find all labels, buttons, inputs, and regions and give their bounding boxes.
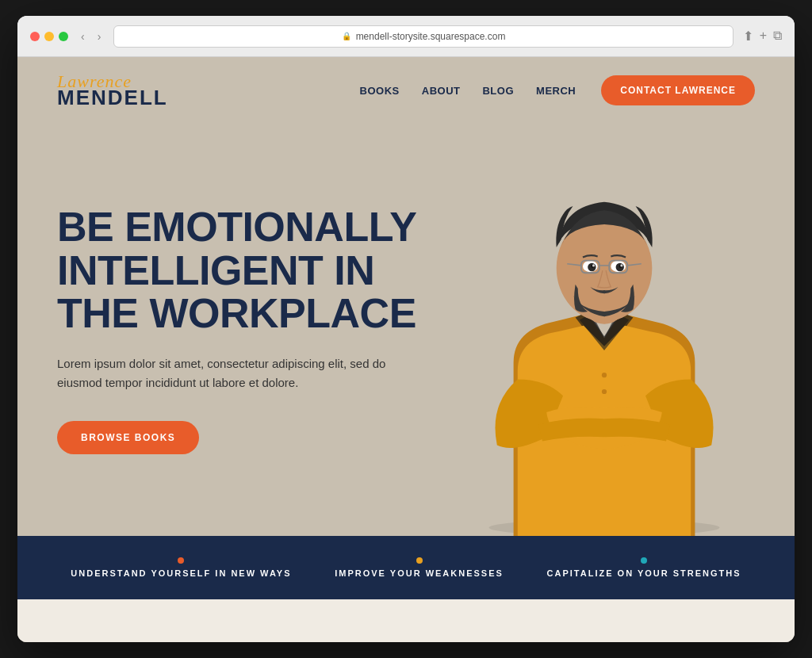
hero-subtext: Lorem ipsum dolor sit amet, consectetur … <box>57 354 406 392</box>
browser-controls: ‹ › <box>78 29 104 44</box>
minimize-button[interactable] <box>44 32 54 41</box>
nav-link-blog[interactable]: BLOG <box>482 85 514 97</box>
hero-heading-line1: BE EMOTIONALLY <box>57 204 416 250</box>
browser-chrome: ‹ › 🔒 mendell-storysite.squarespace.com … <box>17 16 795 57</box>
nav-link-about[interactable]: ABOUT <box>422 85 461 97</box>
url-text: mendell-storysite.squarespace.com <box>356 31 506 42</box>
feature-item-1: UNDERSTAND YOURSELF IN NEW WAYS <box>71 557 291 578</box>
hero-heading-line2: INTELLIGENT IN <box>57 247 374 293</box>
hero-content: BE EMOTIONALLY INTELLIGENT IN THE WORKPL… <box>17 205 456 454</box>
feature-label-2: IMPROVE YOUR WEAKNESSES <box>335 568 504 578</box>
feature-item-2: IMPROVE YOUR WEAKNESSES <box>335 557 504 578</box>
bottom-section <box>17 599 795 642</box>
nav-item-books[interactable]: BOOKS <box>360 83 400 98</box>
feature-dot-1 <box>178 557 184 564</box>
feature-dot-2 <box>416 557 423 564</box>
svg-point-9 <box>592 264 595 266</box>
feature-dot-3 <box>641 557 647 564</box>
hero-heading: BE EMOTIONALLY INTELLIGENT IN THE WORKPL… <box>57 205 416 335</box>
feature-label-1: UNDERSTAND YOURSELF IN NEW WAYS <box>71 568 291 578</box>
url-bar[interactable]: 🔒 mendell-storysite.squarespace.com <box>113 25 733 48</box>
hero-section: BE EMOTIONALLY INTELLIGENT IN THE WORKPL… <box>17 124 795 536</box>
maximize-button[interactable] <box>59 32 68 41</box>
hero-heading-line3: THE WORKPLACE <box>57 290 416 336</box>
traffic-lights <box>30 32 68 41</box>
feature-label-3: CAPITALIZE ON YOUR STRENGTHS <box>547 568 741 578</box>
back-button[interactable]: ‹ <box>78 29 88 44</box>
person-svg <box>414 124 795 536</box>
lock-icon: 🔒 <box>342 32 351 40</box>
nav-link-books[interactable]: BOOKS <box>360 85 400 97</box>
browse-books-button[interactable]: BROWSE BOOKS <box>57 421 199 454</box>
hero-person-image <box>414 124 795 536</box>
svg-point-17 <box>602 389 607 394</box>
features-bar: UNDERSTAND YOURSELF IN NEW WAYS IMPROVE … <box>17 536 795 599</box>
main-nav: BOOKS ABOUT BLOG MERCH CONTACT LAWRENCE <box>360 75 755 105</box>
feature-item-3: CAPITALIZE ON YOUR STRENGTHS <box>547 557 741 578</box>
tab-overview-button[interactable]: ⧉ <box>773 29 782 44</box>
share-button[interactable]: ⬆ <box>743 29 753 44</box>
nav-item-blog[interactable]: BLOG <box>482 83 514 98</box>
nav-links: BOOKS ABOUT BLOG MERCH <box>360 83 576 98</box>
nav-item-about[interactable]: ABOUT <box>422 83 461 98</box>
svg-point-10 <box>620 264 622 266</box>
logo-main: MENDELL <box>57 87 168 108</box>
site-header: Lawrence MENDELL BOOKS ABOUT BLOG MERCH <box>17 57 795 124</box>
nav-item-merch[interactable]: MERCH <box>536 83 576 98</box>
contact-cta-button[interactable]: CONTACT LAWRENCE <box>601 75 755 105</box>
close-button[interactable] <box>30 32 40 41</box>
logo[interactable]: Lawrence MENDELL <box>57 73 168 108</box>
browser-window: ‹ › 🔒 mendell-storysite.squarespace.com … <box>17 16 795 642</box>
new-tab-button[interactable]: + <box>760 29 767 44</box>
svg-point-16 <box>602 373 607 377</box>
forward-button[interactable]: › <box>94 29 105 44</box>
browser-actions: ⬆ + ⧉ <box>743 29 782 44</box>
site-content: Lawrence MENDELL BOOKS ABOUT BLOG MERCH <box>17 57 795 642</box>
nav-link-merch[interactable]: MERCH <box>536 85 576 97</box>
